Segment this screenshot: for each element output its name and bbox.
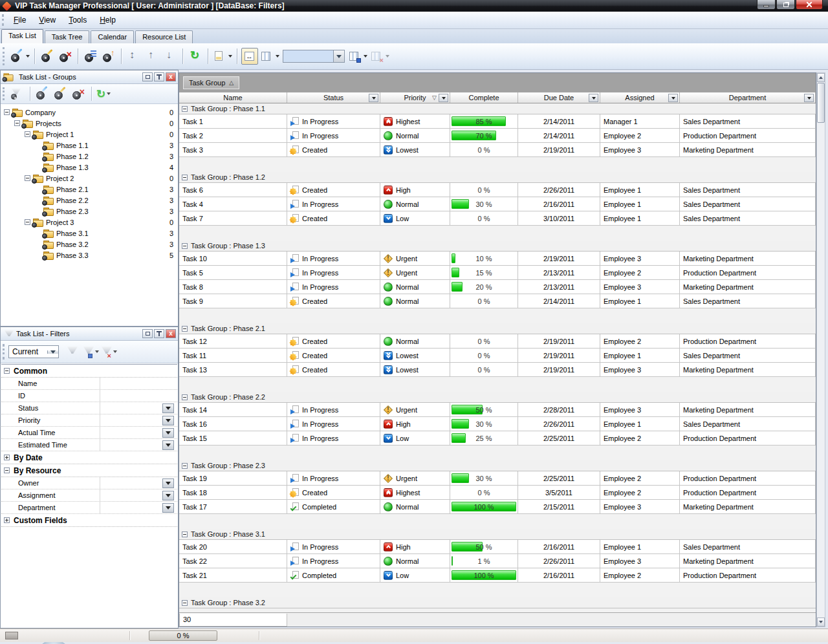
filter-dropdown-button[interactable] xyxy=(162,428,174,438)
expander-icon[interactable] xyxy=(182,463,188,469)
restore-button[interactable] xyxy=(776,0,795,10)
filter-dropdown-button[interactable] xyxy=(162,478,174,488)
tree-node-phase-1.3[interactable]: Phase 1.34 xyxy=(1,162,177,173)
column-header-name[interactable]: Name xyxy=(179,92,287,103)
refresh-groups-button[interactable]: ↻ xyxy=(95,86,112,102)
expander-icon[interactable] xyxy=(182,326,188,332)
move-down-button[interactable]: ↓ xyxy=(162,48,179,65)
expander-icon[interactable] xyxy=(182,531,188,537)
menu-item-file[interactable]: File xyxy=(8,14,32,27)
filter-dropdown-button[interactable] xyxy=(162,491,174,500)
task-row[interactable]: Task 1In ProgressHighest85 %2/14/2011Man… xyxy=(179,114,816,129)
column-header-department[interactable]: Department xyxy=(680,92,816,103)
task-row[interactable]: Task 6CreatedHigh0 %2/26/2011Employee 1S… xyxy=(179,183,816,197)
task-row[interactable]: Task 18CreatedHighest0 %3/5/2011Employee… xyxy=(179,486,816,500)
refresh-button[interactable]: ↻ xyxy=(187,48,204,65)
panel-restore-button[interactable] xyxy=(142,72,153,81)
task-row[interactable]: Task 5In Progress!Urgent15 %2/13/2011Emp… xyxy=(179,266,816,280)
task-row[interactable]: Task 17CompletedNormal100 %2/15/2011Empl… xyxy=(179,500,816,514)
tree-node-phase-3.1[interactable]: Phase 3.13 xyxy=(1,228,177,239)
group-header[interactable]: Task Group : Phase 2.1 xyxy=(179,323,816,334)
new-group-button[interactable] xyxy=(34,86,50,102)
close-button[interactable] xyxy=(796,0,823,10)
filter-preset-combobox[interactable]: Current xyxy=(8,345,59,358)
move-updown-button[interactable]: ↕ xyxy=(125,48,142,65)
scroll-down-button[interactable] xyxy=(817,617,825,627)
task-note-button[interactable]: ↑ xyxy=(100,48,117,65)
task-row[interactable]: Task 13CreatedLowest0 %2/19/2011Employee… xyxy=(179,363,816,377)
filter-row-assignment[interactable]: Assignment xyxy=(1,489,177,502)
filter-row-estimated-time[interactable]: Estimated Time xyxy=(1,439,177,451)
group-header[interactable]: Task Group : Phase 3.2 xyxy=(179,597,816,608)
filter-dropdown-button[interactable] xyxy=(162,440,174,450)
expander-icon[interactable] xyxy=(4,467,10,473)
task-row[interactable]: Task 4In ProgressNormal30 %2/16/2011Empl… xyxy=(179,197,816,211)
header-filter-button[interactable] xyxy=(369,94,378,102)
filter-row-id[interactable]: ID xyxy=(1,390,177,402)
filter-row-department[interactable]: Department xyxy=(1,502,177,514)
tree-node-project-2[interactable]: Project 20 xyxy=(1,173,177,184)
fit-columns-button[interactable]: ↔ xyxy=(241,48,258,65)
expander-icon[interactable] xyxy=(182,106,188,112)
minimize-button[interactable] xyxy=(757,0,776,10)
combobox-dropdown-button[interactable] xyxy=(333,50,344,62)
header-filter-button[interactable] xyxy=(804,94,814,102)
task-row[interactable]: Task 2In ProgressNormal70 %2/14/2011Empl… xyxy=(179,129,816,143)
filter-row-name[interactable]: Name xyxy=(1,378,177,390)
task-row[interactable]: Task 12CreatedNormal0 %2/19/2011Employee… xyxy=(179,334,816,349)
expander-icon[interactable] xyxy=(25,219,30,225)
tree-node-phase-3.2[interactable]: Phase 3.23 xyxy=(1,239,177,250)
panel-close-button[interactable]: x xyxy=(166,72,176,81)
tab-calendar[interactable]: Calendar xyxy=(91,30,134,43)
tree-node-phase-2.3[interactable]: Phase 2.33 xyxy=(1,206,177,217)
task-row[interactable]: Task 14In Progress!Urgent50 %2/28/2011Em… xyxy=(179,403,816,417)
filter-section-by-date[interactable]: By Date xyxy=(1,451,177,464)
duplicate-task-button[interactable] xyxy=(82,48,99,65)
tree-node-phase-1.2[interactable]: Phase 1.23 xyxy=(1,151,177,162)
menu-item-view[interactable]: View xyxy=(33,14,61,27)
group-header[interactable]: Task Group : Phase 1.3 xyxy=(179,241,816,252)
task-row[interactable]: Task 11CreatedLowest0 %2/19/2011Employee… xyxy=(179,349,816,363)
filter-dropdown-button[interactable] xyxy=(162,503,174,513)
save-layout-button[interactable] xyxy=(347,48,368,65)
header-filter-button[interactable] xyxy=(668,94,678,102)
group-header[interactable]: Task Group : Phase 2.3 xyxy=(179,460,816,471)
header-filter-button[interactable] xyxy=(439,94,448,102)
group-by-chip[interactable]: Task Group △ xyxy=(183,76,239,89)
menu-item-help[interactable]: Help xyxy=(94,14,122,27)
delete-group-button[interactable]: × xyxy=(70,86,87,102)
move-up-button[interactable]: ↑ xyxy=(144,48,160,65)
tree-node-phase-1.1[interactable]: Phase 1.13 xyxy=(1,140,177,151)
task-row[interactable]: Task 7CreatedLow0 %3/10/2011Employee 1Sa… xyxy=(179,211,816,226)
expander-icon[interactable] xyxy=(4,109,10,115)
filter-groups-button[interactable] xyxy=(8,86,25,102)
expander-icon[interactable] xyxy=(182,600,188,606)
task-row[interactable]: Task 22In ProgressNormal1 %2/26/2011Empl… xyxy=(179,554,816,568)
vertical-scrollbar[interactable] xyxy=(816,72,825,627)
edit-group-button[interactable] xyxy=(52,86,69,102)
filter-dropdown-button[interactable] xyxy=(162,403,174,413)
expander-icon[interactable] xyxy=(4,368,10,374)
menu-item-tools[interactable]: Tools xyxy=(63,14,93,27)
group-header[interactable]: Task Group : Phase 1.2 xyxy=(179,172,816,183)
panel-restore-button[interactable] xyxy=(142,329,153,338)
export-button[interactable] xyxy=(212,48,233,65)
new-task-button[interactable] xyxy=(10,48,30,65)
group-header[interactable]: Task Group : Phase 2.2 xyxy=(179,392,816,403)
expander-icon[interactable] xyxy=(14,120,20,126)
expander-icon[interactable] xyxy=(182,243,188,249)
filter-row-priority[interactable]: Priority xyxy=(1,414,177,427)
expander-icon[interactable] xyxy=(25,131,30,137)
tree-node-project-1[interactable]: Project 10 xyxy=(1,129,177,140)
scrollbar-thumb[interactable] xyxy=(817,83,825,123)
task-row[interactable]: Task 19In Progress!Urgent30 %2/25/2011Em… xyxy=(179,471,816,486)
column-header-due-date[interactable]: Due Date xyxy=(518,92,600,103)
filter-row-status[interactable]: Status xyxy=(1,402,177,414)
tree-node-company[interactable]: Company0 xyxy=(1,107,177,118)
filter-row-actual-time[interactable]: Actual Time xyxy=(1,427,177,439)
header-filter-button[interactable] xyxy=(589,94,598,102)
expander-icon[interactable] xyxy=(182,175,188,180)
panel-pin-button[interactable] xyxy=(154,72,164,81)
expander-icon[interactable] xyxy=(25,175,30,181)
filter-dropdown-button[interactable] xyxy=(162,416,174,425)
